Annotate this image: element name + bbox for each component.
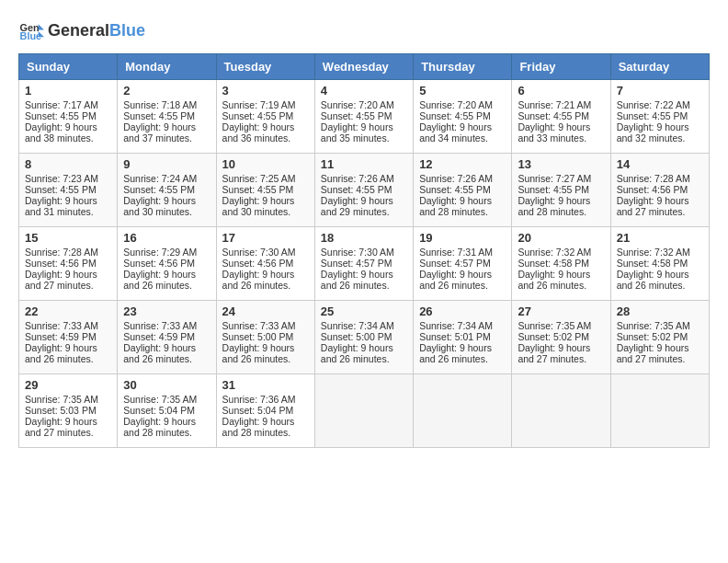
sunrise-text: Sunrise: 7:20 AM [321,99,394,110]
calendar-cell: 16Sunrise: 7:29 AMSunset: 4:56 PMDayligh… [118,227,216,301]
sunset-text: Sunset: 4:55 PM [222,110,294,121]
daylight-text: Daylight: 9 hours and 26 minutes. [419,269,492,291]
sunset-text: Sunset: 4:55 PM [321,110,392,121]
calendar-cell: 18Sunrise: 7:30 AMSunset: 4:57 PMDayligh… [314,227,413,301]
week-row-3: 15Sunrise: 7:28 AMSunset: 4:56 PMDayligh… [19,227,710,301]
day-number: 9 [123,157,210,171]
sunrise-text: Sunrise: 7:36 AM [222,394,296,405]
day-number: 30 [123,378,210,392]
sunset-text: Sunset: 4:55 PM [123,110,195,121]
day-number: 13 [518,157,604,171]
sunset-text: Sunset: 4:56 PM [222,258,294,269]
sunset-text: Sunset: 4:59 PM [25,331,97,342]
sunrise-text: Sunrise: 7:27 AM [518,173,591,184]
col-header-tuesday: Tuesday [216,54,314,80]
daylight-text: Daylight: 9 hours and 28 minutes. [123,416,196,438]
sunset-text: Sunset: 4:55 PM [617,110,688,121]
sunset-text: Sunset: 5:00 PM [222,331,294,342]
daylight-text: Daylight: 9 hours and 33 minutes. [518,121,590,144]
sunset-text: Sunset: 5:04 PM [123,405,195,416]
sunset-text: Sunset: 4:59 PM [123,331,195,342]
sunset-text: Sunset: 5:03 PM [25,405,97,416]
day-number: 18 [321,231,407,245]
day-number: 2 [123,84,210,98]
daylight-text: Daylight: 9 hours and 27 minutes. [25,416,97,438]
col-header-wednesday: Wednesday [314,54,413,80]
sunset-text: Sunset: 4:56 PM [25,258,97,269]
daylight-text: Daylight: 9 hours and 26 minutes. [222,269,295,291]
calendar-cell: 25Sunrise: 7:34 AMSunset: 5:00 PMDayligh… [314,301,413,374]
calendar-cell: 28Sunrise: 7:35 AMSunset: 5:02 PMDayligh… [610,301,709,374]
sunrise-text: Sunrise: 7:35 AM [123,394,197,405]
sunset-text: Sunset: 4:55 PM [518,110,589,121]
day-number: 17 [222,231,309,245]
sunrise-text: Sunrise: 7:33 AM [123,320,197,331]
sunset-text: Sunset: 5:02 PM [518,331,589,342]
daylight-text: Daylight: 9 hours and 27 minutes. [25,269,97,291]
daylight-text: Daylight: 9 hours and 26 minutes. [321,342,393,364]
daylight-text: Daylight: 9 hours and 26 minutes. [25,342,97,364]
daylight-text: Daylight: 9 hours and 38 minutes. [25,121,97,144]
sunset-text: Sunset: 5:00 PM [321,331,392,342]
daylight-text: Daylight: 9 hours and 34 minutes. [419,121,492,144]
sunrise-text: Sunrise: 7:32 AM [518,247,591,258]
calendar-cell [610,374,709,448]
sunrise-text: Sunrise: 7:26 AM [321,173,394,184]
sunset-text: Sunset: 5:01 PM [419,331,491,342]
calendar-cell: 19Sunrise: 7:31 AMSunset: 4:57 PMDayligh… [414,227,512,301]
calendar-cell: 17Sunrise: 7:30 AMSunset: 4:56 PMDayligh… [216,227,314,301]
sunrise-text: Sunrise: 7:24 AM [123,173,197,184]
day-number: 28 [617,304,703,318]
sunrise-text: Sunrise: 7:19 AM [222,99,296,110]
day-number: 10 [222,157,309,171]
sunrise-text: Sunrise: 7:35 AM [25,394,98,405]
calendar-cell [512,374,610,448]
col-header-thursday: Thursday [414,54,512,80]
calendar-cell: 8Sunrise: 7:23 AMSunset: 4:55 PMDaylight… [19,154,118,227]
calendar-cell: 22Sunrise: 7:33 AMSunset: 4:59 PMDayligh… [19,301,118,374]
day-number: 6 [518,84,604,98]
calendar-cell: 10Sunrise: 7:25 AMSunset: 4:55 PMDayligh… [216,154,314,227]
sunset-text: Sunset: 4:55 PM [25,184,97,195]
sunset-text: Sunset: 4:55 PM [419,184,491,195]
day-number: 11 [321,157,407,171]
day-number: 31 [222,378,309,392]
day-number: 3 [222,84,309,98]
daylight-text: Daylight: 9 hours and 28 minutes. [518,195,590,217]
sunset-text: Sunset: 4:55 PM [222,184,294,195]
day-number: 23 [123,304,210,318]
sunset-text: Sunset: 4:58 PM [617,258,688,269]
sunset-text: Sunset: 5:02 PM [617,331,688,342]
daylight-text: Daylight: 9 hours and 29 minutes. [321,195,393,217]
col-header-friday: Friday [512,54,610,80]
daylight-text: Daylight: 9 hours and 26 minutes. [123,342,196,364]
daylight-text: Daylight: 9 hours and 26 minutes. [123,269,196,291]
daylight-text: Daylight: 9 hours and 26 minutes. [419,342,492,364]
sunrise-text: Sunrise: 7:17 AM [25,99,98,110]
daylight-text: Daylight: 9 hours and 30 minutes. [222,195,295,217]
sunset-text: Sunset: 5:04 PM [222,405,294,416]
logo-text: GeneralBlue [48,22,145,40]
calendar-cell: 26Sunrise: 7:34 AMSunset: 5:01 PMDayligh… [414,301,512,374]
day-number: 29 [25,378,111,392]
sunset-text: Sunset: 4:55 PM [321,184,392,195]
calendar-cell: 20Sunrise: 7:32 AMSunset: 4:58 PMDayligh… [512,227,610,301]
calendar-cell: 2Sunrise: 7:18 AMSunset: 4:55 PMDaylight… [118,80,216,154]
day-number: 5 [419,84,506,98]
day-number: 20 [518,231,604,245]
sunrise-text: Sunrise: 7:34 AM [321,320,394,331]
calendar-cell: 24Sunrise: 7:33 AMSunset: 5:00 PMDayligh… [216,301,314,374]
calendar-cell: 30Sunrise: 7:35 AMSunset: 5:04 PMDayligh… [118,374,216,448]
svg-text:Blue: Blue [20,30,42,41]
week-row-4: 22Sunrise: 7:33 AMSunset: 4:59 PMDayligh… [19,301,710,374]
day-number: 15 [25,231,111,245]
col-header-saturday: Saturday [610,54,709,80]
day-number: 26 [419,304,506,318]
logo-icon: Gen Blue [18,18,44,44]
calendar-cell: 14Sunrise: 7:28 AMSunset: 4:56 PMDayligh… [610,154,709,227]
sunrise-text: Sunrise: 7:29 AM [123,247,197,258]
daylight-text: Daylight: 9 hours and 28 minutes. [419,195,492,217]
sunset-text: Sunset: 4:56 PM [123,258,195,269]
daylight-text: Daylight: 9 hours and 27 minutes. [617,195,689,217]
daylight-text: Daylight: 9 hours and 31 minutes. [25,195,97,217]
